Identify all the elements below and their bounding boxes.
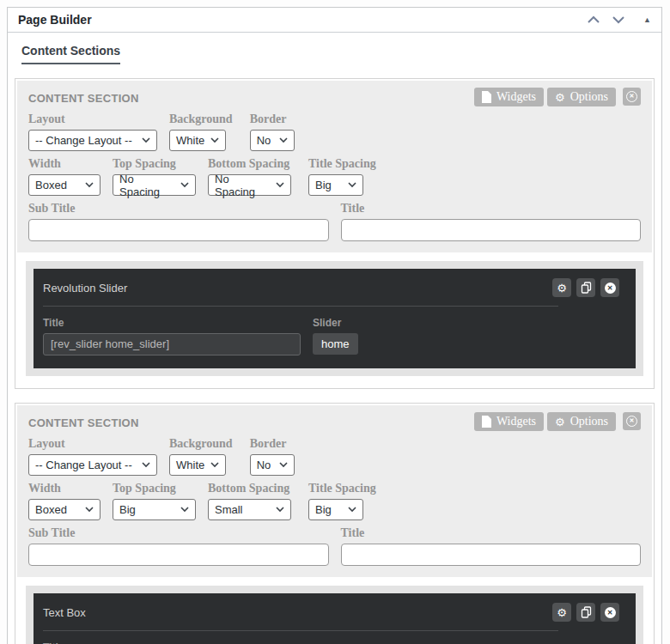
widget-settings-button[interactable]: ⚙ [552,278,571,297]
widget-title-field: Title [rev_slider home_slider] [43,317,301,355]
page-builder-metabox: Page Builder ▲ Content Sections CONTENT … [7,7,662,644]
border-select[interactable]: No [250,454,295,476]
layout-field: Layout -- Change Layout -- [28,112,157,151]
width-select[interactable]: Boxed [28,174,100,196]
sub-title-label: Sub Title [28,526,329,540]
background-select[interactable]: White [169,130,226,151]
top-spacing-label: Top Spacing [113,157,196,171]
tab-content-sections[interactable]: Content Sections [21,44,120,64]
chevron-down-icon [276,182,284,188]
layout-select[interactable]: -- Change Layout -- [28,130,157,151]
widget-close-button[interactable]: ✕ [600,603,619,622]
widget-duplicate-button[interactable] [576,278,595,297]
move-down-button[interactable] [612,15,625,24]
widget-settings-button[interactable]: ⚙ [552,603,571,622]
sub-title-input[interactable] [28,544,329,566]
widget-revolution-slider: Revolution Slider ⚙ ✕ Title [34,269,636,368]
top-spacing-select[interactable]: Big [113,499,196,520]
chevron-down-icon [210,462,219,468]
title-spacing-label: Title Spacing [308,482,376,495]
chevron-down-icon [348,507,356,513]
widget-title: Text Box [43,606,552,619]
gear-icon: ⚙ [555,92,565,103]
chevron-down-icon [85,507,94,513]
title-field: Title [341,202,642,241]
widget-title-label: Title [43,317,301,329]
chevron-down-icon [180,507,189,513]
widget-slider-field: Slider home [313,317,358,355]
border-select[interactable]: No [250,130,295,151]
widgets-button[interactable]: Widgets [474,412,544,431]
title-field: Title [341,526,642,566]
slider-value-chip[interactable]: home [313,333,358,355]
sub-title-field: Sub Title [28,526,329,566]
widgets-button[interactable]: Widgets [474,88,544,106]
document-icon [482,91,491,103]
title-label: Title [341,526,642,540]
section-heading: CONTENT SECTION [28,412,474,429]
title-spacing-select[interactable]: Big [308,174,363,196]
widget-divider [43,630,558,631]
widgets-area: Revolution Slider ⚙ ✕ Title [26,261,643,376]
widget-duplicate-button[interactable] [576,603,595,622]
sub-title-input[interactable] [28,219,329,241]
sub-title-field: Sub Title [28,202,329,241]
widgets-area: Text Box ⚙ ✕ Title [26,586,643,644]
chevron-down-icon [279,462,288,468]
options-button[interactable]: ⚙ Options [547,412,616,431]
close-icon: ✕ [626,91,637,102]
chevron-down-icon [612,15,625,24]
widget-close-button[interactable]: ✕ [600,278,619,297]
close-icon: ✕ [605,607,616,618]
widget-text-box: Text Box ⚙ ✕ Title [34,593,636,644]
bottom-spacing-field: Bottom Spacing Small [208,482,291,520]
section-heading: CONTENT SECTION [28,88,474,105]
section-close-button[interactable]: ✕ [623,88,641,106]
chevron-down-icon [276,507,284,513]
background-field: Background White [169,112,233,151]
title-spacing-select[interactable]: Big [308,499,363,520]
top-spacing-field: Top Spacing No Spacing [113,157,196,196]
background-label: Background [169,112,233,126]
bottom-spacing-select[interactable]: Small [208,499,291,520]
options-button[interactable]: ⚙ Options [547,88,616,106]
bottom-spacing-select[interactable]: No Spacing [208,174,291,196]
chevron-down-icon [348,182,356,188]
bottom-spacing-label: Bottom Spacing [208,482,291,495]
top-spacing-select[interactable]: No Spacing [113,174,196,196]
widget-title: Revolution Slider [43,282,552,295]
gear-icon: ⚙ [557,607,567,618]
background-field: Background White [169,437,233,476]
width-field: Width Boxed [28,157,100,196]
duplicate-icon [581,282,592,294]
duplicate-icon [581,606,592,618]
content-section-1: CONTENT SECTION Widgets ⚙ Options ✕ [15,78,655,389]
close-icon: ✕ [605,283,616,294]
collapse-toggle-button[interactable]: ▲ [643,15,651,24]
section-close-button[interactable]: ✕ [623,412,641,430]
close-icon: ✕ [626,416,637,427]
background-select[interactable]: White [169,454,226,476]
move-up-button[interactable] [587,15,600,24]
chevron-down-icon [210,137,219,143]
title-spacing-field: Title Spacing Big [308,482,376,520]
section-form-panel: CONTENT SECTION Widgets ⚙ Options ✕ [17,405,652,577]
widget-slider-label: Slider [313,317,358,329]
chevron-down-icon [142,462,150,468]
gear-icon: ⚙ [557,283,567,294]
widget-title-input[interactable]: [rev_slider home_slider] [43,333,301,355]
gear-icon: ⚙ [555,416,565,428]
layout-select[interactable]: -- Change Layout -- [28,454,157,476]
chevron-down-icon [279,137,288,143]
background-label: Background [169,437,233,451]
width-select[interactable]: Boxed [28,499,100,520]
metabox-title: Page Builder [18,13,587,27]
title-input[interactable] [341,544,642,566]
chevron-down-icon [180,182,189,188]
border-field: Border No [250,437,295,476]
title-input[interactable] [341,219,642,241]
border-label: Border [250,437,295,451]
title-spacing-field: Title Spacing Big [308,157,376,196]
chevron-down-icon [85,182,94,188]
title-label: Title [341,202,642,216]
